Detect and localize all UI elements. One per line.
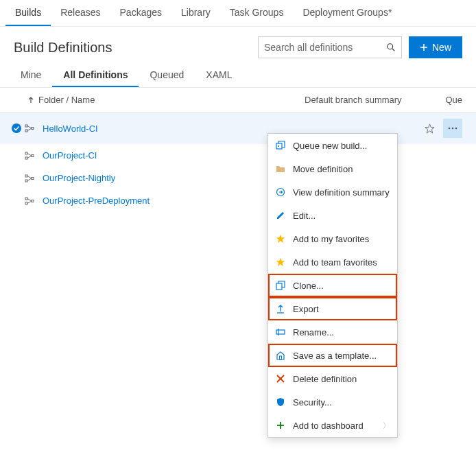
svg-rect-20: [32, 177, 34, 179]
top-nav: Builds Releases Packages Library Task Gr…: [0, 0, 476, 27]
svg-rect-13: [25, 152, 27, 154]
menu-label: Rename...: [293, 327, 390, 338]
menu-label: Clone...: [293, 281, 390, 291]
pipeline-icon: [25, 123, 37, 133]
menu-item-security[interactable]: Security...: [268, 390, 397, 414]
queue-icon: [275, 140, 286, 151]
svg-rect-14: [25, 157, 27, 159]
svg-rect-19: [25, 180, 27, 182]
folder-icon: [275, 163, 286, 174]
pipeline-icon: [25, 196, 37, 206]
tab-all-definitions[interactable]: All Definitions: [52, 64, 139, 87]
context-menu: Queue new build...Move definitionView de…: [267, 133, 398, 438]
dashboard-icon: [275, 420, 286, 431]
search-box[interactable]: [258, 36, 402, 58]
svg-line-27: [27, 201, 32, 204]
menu-label: Save as a template...: [293, 351, 390, 361]
menu-item-edit[interactable]: Edit...: [268, 204, 397, 227]
search-input[interactable]: [264, 42, 374, 53]
menu-item-rename[interactable]: Rename...: [268, 320, 397, 344]
security-icon: [275, 397, 286, 408]
rename-icon: [275, 327, 286, 338]
star-icon: [275, 233, 286, 244]
svg-point-4: [12, 123, 21, 133]
clone-icon: [275, 280, 286, 291]
nav-library[interactable]: Library: [171, 0, 220, 26]
menu-label: Add to team favorites: [293, 257, 390, 268]
svg-rect-24: [25, 202, 27, 204]
export-icon: [275, 303, 286, 314]
definition-row[interactable]: OurProject-PreDeployment: [0, 189, 476, 212]
svg-line-22: [27, 178, 32, 181]
pipeline-icon: [25, 174, 37, 183]
svg-line-21: [27, 176, 32, 178]
template-icon: [275, 350, 286, 361]
menu-label: Edit...: [293, 211, 390, 221]
svg-line-26: [27, 198, 32, 201]
menu-item-folder[interactable]: Move definition: [268, 157, 397, 180]
definition-name[interactable]: OurProject-PreDeployment: [43, 196, 462, 206]
svg-rect-6: [25, 130, 27, 132]
svg-rect-5: [25, 125, 27, 127]
menu-label: Queue new build...: [293, 141, 390, 151]
menu-label: Move definition: [293, 164, 390, 174]
svg-rect-7: [32, 128, 34, 130]
menu-item-export[interactable]: Export: [268, 297, 397, 320]
svg-rect-32: [276, 330, 285, 334]
svg-point-12: [455, 128, 457, 130]
menu-item-star[interactable]: Add to my favorites: [268, 227, 397, 250]
svg-rect-34: [280, 356, 282, 359]
definition-name[interactable]: HelloWorld-CI: [43, 123, 425, 134]
svg-line-9: [27, 128, 32, 131]
new-button[interactable]: New: [409, 36, 462, 58]
menu-label: Security...: [293, 397, 390, 408]
menu-item-dashboard[interactable]: Add to dashboard〉: [268, 414, 397, 437]
menu-item-queue[interactable]: Queue new build...: [268, 134, 397, 157]
tab-mine[interactable]: Mine: [10, 64, 52, 87]
new-button-label: New: [432, 42, 451, 53]
col-queued[interactable]: Que: [442, 95, 462, 105]
menu-item-template[interactable]: Save as a template...: [268, 344, 397, 367]
definition-row[interactable]: OurProject-CI: [0, 144, 476, 167]
view-icon: [275, 187, 286, 198]
star-icon: [275, 257, 286, 268]
header: Build Definitions New: [0, 27, 476, 64]
svg-point-0: [388, 44, 393, 49]
sub-nav: Mine All Definitions Queued XAML: [0, 64, 476, 88]
menu-item-view[interactable]: View definition summary: [268, 180, 397, 204]
nav-packages[interactable]: Packages: [110, 0, 171, 26]
svg-rect-15: [32, 154, 34, 156]
header-controls: New: [258, 36, 462, 58]
menu-item-delete[interactable]: Delete definition: [268, 367, 397, 390]
svg-line-16: [27, 153, 32, 156]
menu-item-clone[interactable]: Clone...: [268, 274, 397, 297]
nav-builds[interactable]: Builds: [5, 0, 51, 26]
menu-label: Add to my favorites: [293, 234, 390, 244]
nav-releases[interactable]: Releases: [51, 0, 110, 26]
nav-deployment-groups[interactable]: Deployment Groups*: [293, 0, 401, 26]
tab-queued[interactable]: Queued: [139, 64, 195, 87]
check-icon: [8, 123, 25, 134]
tab-xaml[interactable]: XAML: [195, 64, 243, 87]
definition-name[interactable]: OurProject-CI: [43, 150, 462, 161]
menu-label: Delete definition: [293, 374, 390, 384]
menu-label: Add to dashboard: [293, 421, 376, 431]
favorite-icon[interactable]: [425, 123, 435, 134]
more-actions-button[interactable]: [443, 119, 462, 138]
definition-row[interactable]: HelloWorld-CI: [0, 113, 476, 144]
search-icon: [386, 43, 396, 52]
menu-label: Export: [293, 304, 390, 314]
pipeline-icon: [25, 151, 37, 161]
col-name[interactable]: Folder / Name: [27, 95, 305, 105]
col-name-label: Folder / Name: [38, 95, 95, 105]
definition-name[interactable]: OurProject-Nightly: [43, 173, 462, 183]
col-branch[interactable]: Default branch summary: [305, 95, 442, 105]
svg-rect-23: [25, 198, 27, 200]
menu-label: View definition summary: [293, 187, 390, 198]
menu-item-star[interactable]: Add to team favorites: [268, 250, 397, 274]
sort-arrow-icon: [27, 97, 34, 104]
definition-row[interactable]: OurProject-Nightly: [0, 167, 476, 189]
nav-task-groups[interactable]: Task Groups: [220, 0, 294, 26]
column-header: Folder / Name Default branch summary Que: [0, 88, 476, 113]
delete-icon: [275, 373, 286, 384]
